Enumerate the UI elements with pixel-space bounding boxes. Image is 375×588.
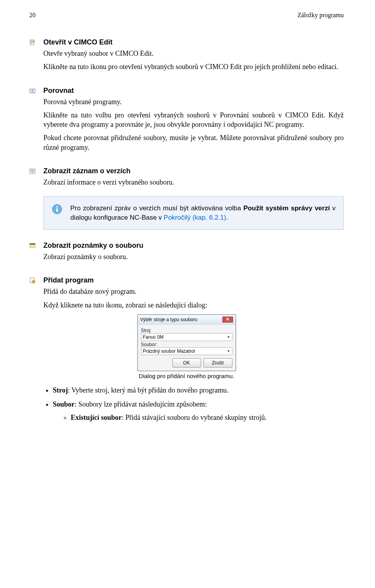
figure-caption: Dialog pro přidání nového programu. [29, 373, 344, 379]
paragraph: Klikněte na tuto volbu pro otevření vybr… [43, 110, 344, 130]
section-title: Otevřít v CIMCO Edit [43, 38, 344, 46]
page-number: 20 [29, 12, 36, 19]
section-title: Zobrazit záznam o verzích [43, 167, 344, 175]
add-program-icon [29, 277, 36, 284]
list-item: Stroj: Vyberte stroj, který má být přidá… [53, 385, 344, 395]
section-title: Přidat program [43, 276, 344, 284]
paragraph: Klikněte na tuto ikonu pro otevření vybr… [43, 62, 344, 71]
paragraph: Porovná vybrané programy. [43, 97, 344, 107]
section-title: Zobrazit poznámky o souboru [43, 242, 344, 250]
info-text: Pro zobrazení zpráv o verzích musí být a… [70, 204, 336, 222]
chevron-down-icon: ▼ [227, 349, 230, 353]
close-icon[interactable]: ✕ [222, 316, 233, 323]
chevron-down-icon: ▼ [227, 335, 230, 339]
paragraph: Zobrazí informace o verzi vybraného soub… [43, 178, 344, 187]
list-item: Existující soubor: Přidá stávající soubo… [71, 413, 344, 422]
notes-icon [29, 243, 36, 249]
dialog-title: Výběr stroje a typu souboru [140, 317, 198, 322]
file-select[interactable]: Prázdný soubor Mazatrol ▼ [141, 347, 232, 355]
compare-icon [29, 88, 36, 94]
svg-point-6 [56, 206, 58, 208]
svg-rect-9 [30, 243, 35, 245]
paragraph: Přidá do databáze nový program. [43, 287, 344, 296]
paragraph: Zobrazí poznámky o souboru. [43, 252, 344, 261]
svg-rect-2 [33, 89, 35, 93]
info-note: Pro zobrazení zpráv o verzích musí být a… [43, 196, 344, 230]
section-name: Záložky programu [297, 12, 344, 19]
field-label: Stroj [141, 328, 232, 333]
bullet-list: Stroj: Vyberte stroj, který má být přidá… [29, 385, 344, 423]
page-header: 20 Záložky programu [29, 12, 344, 19]
cancel-button[interactable]: Zrušit [204, 358, 232, 368]
paragraph: Otevře vybraný soubor v CIMCO Edit. [43, 49, 344, 58]
dialog: Výběr stroje a typu souboru ✕ Stroj Fanu… [138, 314, 236, 371]
paragraph: Když kliknete na tuto ikonu, zobrazí se … [43, 300, 344, 310]
section-title: Porovnat [43, 87, 344, 95]
machine-select[interactable]: Fanuc 0M ▼ [141, 333, 232, 341]
field-label: Soubor: [141, 342, 232, 347]
paragraph: Pokud chcete porovnat přidružené soubory… [43, 133, 344, 152]
list-item: Soubor: Soubory lze přidávat následující… [53, 400, 344, 423]
ok-button[interactable]: OK [172, 358, 201, 368]
svg-rect-7 [56, 208, 58, 212]
info-icon [52, 204, 70, 215]
version-icon [29, 168, 36, 174]
doc-edit-icon [29, 39, 36, 46]
svg-rect-1 [30, 89, 32, 93]
